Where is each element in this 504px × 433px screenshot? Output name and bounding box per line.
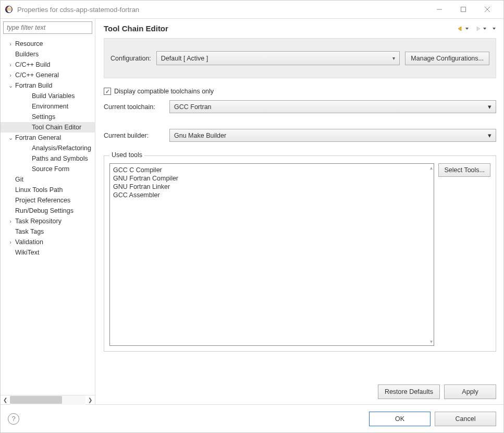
compat-checkbox-label: Display compatible toolchains only (114, 88, 214, 95)
chevron-right-icon[interactable]: › (7, 218, 14, 224)
tree-item-label: Fortran General (14, 134, 62, 142)
scroll-down-icon[interactable]: ▾ (430, 339, 433, 344)
list-item[interactable]: GCC C Compiler (113, 166, 431, 174)
chevron-right-icon[interactable]: › (7, 41, 14, 47)
compat-checkbox-row[interactable]: ✓ Display compatible toolchains only (104, 88, 496, 95)
tree-item-label: Resource (14, 40, 44, 48)
tree-item-label: Task Tags (14, 227, 45, 236)
window-title: Properties for cdss-app-statemod-fortran (17, 6, 427, 14)
tree-item-label: Source Form (31, 165, 70, 173)
svg-rect-6 (461, 7, 466, 12)
tree-item[interactable]: Task Tags (1, 226, 95, 237)
tree-item[interactable]: Settings (1, 112, 95, 122)
svg-rect-3 (6, 8, 12, 8)
tree-item[interactable]: Paths and Symbols (1, 153, 95, 164)
tree-item[interactable]: ›Validation (1, 237, 95, 247)
category-tree: ›ResourceBuilders›C/C++ Build›C/C++ Gene… (1, 37, 95, 395)
menu-dropdown-icon[interactable] (492, 26, 496, 32)
tree-item[interactable]: Tool Chain Editor (1, 122, 95, 133)
sidebar: ›ResourceBuilders›C/C++ Build›C/C++ Gene… (1, 19, 95, 404)
list-item[interactable]: GNU Fortran Compiler (113, 174, 431, 183)
titlebar: Properties for cdss-app-statemod-fortran (1, 1, 503, 18)
used-tools-legend: Used tools (109, 151, 144, 159)
toolchain-value: GCC Fortran (174, 103, 212, 111)
tree-item[interactable]: Project References (1, 195, 95, 206)
back-dropdown-icon[interactable] (465, 26, 469, 32)
tree-item-label: Run/Debug Settings (14, 207, 75, 215)
close-button[interactable] (475, 2, 499, 17)
tree-item-label: Analysis/Refactoring (31, 144, 92, 152)
tree-item[interactable]: Builders (1, 49, 95, 59)
ok-button[interactable]: OK (369, 412, 431, 426)
tree-item[interactable]: ›C/C++ Build (1, 59, 95, 70)
filter-input[interactable] (3, 21, 92, 34)
apply-button[interactable]: Apply (444, 384, 496, 399)
page-title: Tool Chain Editor (104, 24, 457, 33)
select-tools-button[interactable]: Select Tools... (438, 163, 490, 177)
tree-item[interactable]: ›C/C++ General (1, 70, 95, 80)
builder-select[interactable]: Gnu Make Builder ▾ (169, 129, 496, 142)
scroll-right-icon[interactable]: ❯ (85, 395, 95, 405)
tree-item[interactable]: ⌄Fortran General (1, 133, 95, 143)
tree-item-label: Project References (14, 196, 71, 205)
minimize-button[interactable] (427, 2, 451, 17)
toolchain-label: Current toolchain: (104, 103, 164, 111)
tree-item[interactable]: Build Variables (1, 91, 95, 101)
configuration-value: Default [ Active ] (161, 55, 208, 62)
used-tools-fieldset: Used tools ▴ GCC C CompilerGNU Fortran C… (104, 155, 496, 352)
configuration-select[interactable]: Default [ Active ] ▾ (156, 51, 400, 65)
chevron-down-icon: ▾ (488, 103, 491, 111)
scroll-up-icon[interactable]: ▴ (430, 165, 433, 171)
eclipse-icon (5, 5, 13, 14)
tree-item-label: Task Repository (14, 217, 63, 225)
checkbox-icon[interactable]: ✓ (104, 88, 111, 95)
window-controls (427, 2, 499, 17)
tree-item-label: Settings (31, 113, 56, 121)
cancel-button[interactable]: Cancel (435, 412, 496, 426)
tree-item[interactable]: ›Resource (1, 39, 95, 49)
chevron-right-icon[interactable]: › (7, 62, 14, 68)
tree-item[interactable]: Run/Debug Settings (1, 206, 95, 216)
tree-item-label: Linux Tools Path (14, 186, 64, 194)
list-item[interactable]: GNU Fortran Linker (113, 183, 431, 191)
svg-point-1 (7, 6, 12, 13)
chevron-down-icon[interactable]: ⌄ (7, 135, 14, 141)
svg-rect-4 (6, 10, 12, 10)
configuration-bar: Configuration: Default [ Active ] ▾ Mana… (104, 38, 496, 78)
tree-item[interactable]: WikiText (1, 247, 95, 258)
tree-item[interactable]: ›Task Repository (1, 216, 95, 226)
builder-label: Current builder: (104, 132, 164, 139)
help-icon[interactable]: ? (8, 413, 19, 425)
tree-item[interactable]: Analysis/Refactoring (1, 143, 95, 153)
used-tools-list[interactable]: ▴ GCC C CompilerGNU Fortran CompilerGNU … (109, 163, 434, 346)
tree-item-label: Git (14, 175, 24, 184)
tree-item[interactable]: ⌄Fortran Build (1, 80, 95, 91)
chevron-down-icon: ▾ (488, 131, 491, 139)
chevron-down-icon[interactable]: ⌄ (7, 82, 14, 89)
dialog-button-bar: ? OK Cancel (1, 404, 503, 432)
scroll-left-icon[interactable]: ❮ (1, 395, 10, 405)
tree-item-label: Builders (14, 50, 40, 58)
tree-item-label: Fortran Build (14, 81, 54, 90)
chevron-right-icon[interactable]: › (7, 239, 14, 245)
forward-dropdown-icon[interactable] (483, 26, 487, 32)
tree-item[interactable]: Linux Tools Path (1, 185, 95, 195)
configuration-label: Configuration: (110, 55, 151, 62)
builder-value: Gnu Make Builder (174, 132, 226, 139)
manage-configurations-button[interactable]: Manage Configurations... (405, 52, 489, 65)
restore-defaults-button[interactable]: Restore Defaults (378, 384, 440, 399)
maximize-button[interactable] (451, 2, 475, 17)
forward-icon[interactable] (474, 26, 482, 32)
list-item[interactable]: GCC Assembler (113, 191, 431, 199)
tree-item-label: Paths and Symbols (31, 154, 89, 163)
tree-item[interactable]: Git (1, 174, 95, 185)
tree-item-label: Tool Chain Editor (31, 123, 82, 131)
back-icon[interactable] (457, 26, 464, 32)
sidebar-horizontal-scrollbar[interactable]: ❮ ❯ (1, 395, 95, 404)
tree-item[interactable]: Source Form (1, 164, 95, 174)
chevron-down-icon: ▾ (392, 55, 395, 61)
tree-item[interactable]: Environment (1, 101, 95, 112)
tree-item-label: Environment (31, 102, 69, 111)
toolchain-select[interactable]: GCC Fortran ▾ (169, 100, 496, 113)
chevron-right-icon[interactable]: › (7, 72, 14, 78)
